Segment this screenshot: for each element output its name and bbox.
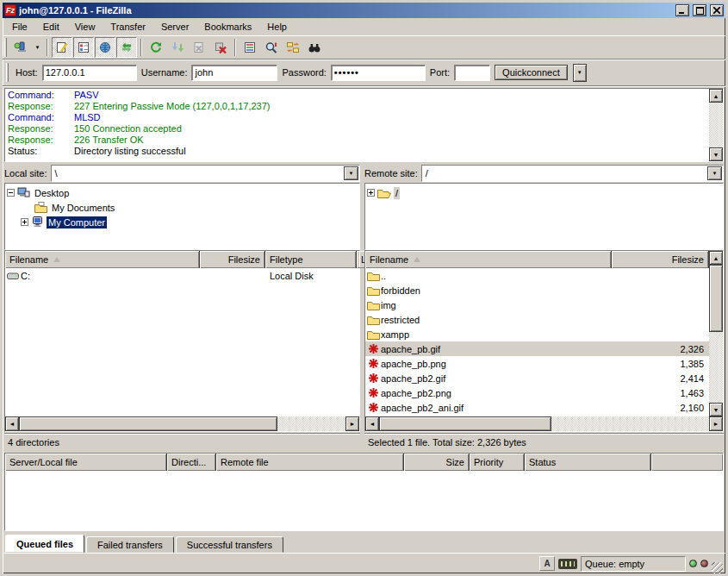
scroll-down-icon[interactable]: ▼ bbox=[709, 403, 723, 416]
remote-file-row[interactable]: apache_pb2.gif2,414 bbox=[365, 371, 709, 385]
quickconnect-button[interactable]: Quickconnect bbox=[495, 65, 568, 80]
process-queue-button[interactable] bbox=[167, 37, 188, 58]
remote-file-list: Filename Filesize .. forbidden img restr… bbox=[364, 250, 724, 432]
close-button[interactable] bbox=[710, 4, 724, 16]
combo-dropdown-icon[interactable]: ▼ bbox=[344, 166, 358, 180]
tree-item-desktop[interactable]: Desktop bbox=[7, 185, 358, 200]
data-type-icon[interactable]: A bbox=[539, 556, 555, 571]
disconnect-button[interactable] bbox=[210, 37, 231, 58]
folder-icon bbox=[367, 285, 380, 296]
combo-dropdown-icon[interactable]: ▼ bbox=[707, 166, 722, 180]
column-filename[interactable]: Filename bbox=[5, 251, 200, 268]
filezilla-window: Fz john@127.0.0.1 - FileZilla File Edit … bbox=[0, 0, 728, 576]
remote-file-row[interactable]: forbidden bbox=[365, 283, 709, 297]
column-filetype[interactable]: Filetype bbox=[265, 251, 357, 268]
maximize-button[interactable] bbox=[693, 4, 706, 16]
remote-site-bar: Remote site: / ▼ bbox=[364, 164, 724, 183]
remote-site-combobox[interactable]: / ▼ bbox=[421, 165, 724, 182]
column-direction[interactable]: Directi... bbox=[167, 454, 216, 471]
remote-file-row[interactable]: xampp bbox=[365, 327, 709, 341]
local-list-header: Filename Filesize Filetype L bbox=[5, 251, 359, 268]
message-log-entries: Command:PASV Response:227 Entering Passi… bbox=[5, 89, 709, 161]
remote-file-row[interactable]: .. bbox=[365, 268, 709, 283]
column-filesize[interactable]: Filesize bbox=[612, 251, 709, 268]
toggle-queue-button[interactable] bbox=[116, 37, 137, 58]
column-filesize[interactable]: Filesize bbox=[200, 251, 265, 268]
scrollbar-thumb[interactable] bbox=[379, 416, 551, 431]
remote-file-row[interactable]: img bbox=[365, 297, 709, 312]
expand-icon[interactable] bbox=[367, 189, 375, 197]
tree-item-root[interactable]: / bbox=[367, 185, 721, 200]
column-size[interactable]: Size bbox=[404, 454, 470, 471]
column-server-local-file[interactable]: Server/Local file bbox=[5, 454, 167, 471]
tab-successful-transfers[interactable]: Successful transfers bbox=[176, 536, 283, 553]
tree-item-my-documents[interactable]: My Documents bbox=[7, 200, 358, 215]
refresh-button[interactable] bbox=[146, 37, 166, 58]
column-remote-file[interactable]: Remote file bbox=[216, 454, 404, 471]
expand-icon[interactable] bbox=[21, 218, 28, 226]
folder-icon bbox=[367, 271, 380, 281]
local-file-row[interactable]: C: Local Disk bbox=[5, 268, 359, 283]
toggle-remote-tree-button[interactable] bbox=[95, 37, 115, 58]
scrollbar-thumb[interactable] bbox=[19, 416, 277, 431]
sort-ascending-icon bbox=[53, 257, 60, 262]
tab-failed-transfers[interactable]: Failed transfers bbox=[86, 536, 174, 553]
scroll-left-icon[interactable]: ◄ bbox=[5, 416, 19, 431]
find-files-button[interactable] bbox=[304, 37, 325, 58]
activity-led-send-icon bbox=[700, 560, 708, 567]
menu-help[interactable]: Help bbox=[259, 19, 295, 34]
remote-file-row[interactable]: apache_pb2.png1,463 bbox=[365, 385, 709, 400]
scroll-right-icon[interactable]: ► bbox=[345, 416, 359, 431]
menu-bookmarks[interactable]: Bookmarks bbox=[196, 19, 259, 34]
menu-view[interactable]: View bbox=[67, 19, 103, 34]
scroll-right-icon[interactable]: ► bbox=[709, 416, 723, 431]
queue-header: Server/Local file Directi... Remote file… bbox=[5, 454, 723, 471]
remote-vertical-scrollbar[interactable]: ▲ ▼ bbox=[709, 251, 723, 416]
log-scrollbar[interactable]: ▲ ▼ bbox=[709, 89, 723, 161]
menu-edit[interactable]: Edit bbox=[35, 19, 67, 34]
remote-horizontal-scrollbar[interactable]: ◄ ► bbox=[365, 416, 723, 431]
column-filename[interactable]: Filename bbox=[365, 251, 612, 268]
collapse-icon[interactable] bbox=[7, 189, 15, 197]
speed-limits-icon[interactable] bbox=[558, 559, 577, 569]
remote-file-row-selected[interactable]: apache_pb.gif2,326 bbox=[365, 341, 709, 356]
tab-queued-files[interactable]: Queued files bbox=[5, 535, 84, 553]
synchronized-browsing-button[interactable] bbox=[283, 37, 303, 58]
queue-tabs: Queued files Failed transfers Successful… bbox=[3, 533, 725, 553]
menu-server[interactable]: Server bbox=[153, 19, 196, 34]
tree-item-my-computer[interactable]: My Computer bbox=[7, 215, 358, 229]
quickconnect-dropdown[interactable]: ▼ bbox=[573, 64, 587, 82]
local-site-combobox[interactable]: \ ▼ bbox=[51, 165, 360, 182]
site-manager-button[interactable] bbox=[10, 37, 31, 58]
binoculars-icon bbox=[308, 41, 321, 54]
column-status[interactable]: Status bbox=[525, 454, 651, 471]
desktop-icon bbox=[17, 187, 30, 198]
remote-file-row[interactable]: restricted bbox=[365, 312, 709, 327]
local-horizontal-scrollbar[interactable]: ◄ ► bbox=[5, 416, 359, 431]
remote-file-row[interactable]: apache_pb.png1,385 bbox=[365, 356, 709, 371]
minimize-button[interactable] bbox=[675, 4, 689, 16]
scroll-up-icon[interactable]: ▲ bbox=[709, 89, 723, 103]
site-manager-dropdown[interactable]: ▼ bbox=[32, 37, 43, 58]
host-input[interactable]: 127.0.0.1 bbox=[42, 65, 137, 81]
resize-grip[interactable] bbox=[712, 562, 723, 573]
compare-directories-button[interactable] bbox=[261, 37, 282, 58]
remote-list-header: Filename Filesize bbox=[365, 251, 709, 268]
filter-button[interactable] bbox=[240, 37, 260, 58]
toggle-local-tree-button[interactable] bbox=[73, 37, 94, 58]
menu-file[interactable]: File bbox=[4, 19, 35, 34]
toggle-message-log-button[interactable] bbox=[52, 37, 72, 58]
menu-transfer[interactable]: Transfer bbox=[103, 19, 153, 34]
scrollbar-thumb[interactable] bbox=[709, 265, 723, 332]
column-priority[interactable]: Priority bbox=[470, 454, 525, 471]
window-title: john@127.0.0.1 - FileZilla bbox=[19, 5, 672, 16]
cancel-button[interactable] bbox=[189, 37, 209, 58]
password-input[interactable]: •••••• bbox=[331, 65, 426, 81]
username-input[interactable]: john bbox=[191, 65, 277, 81]
port-input[interactable] bbox=[454, 65, 490, 81]
scroll-left-icon[interactable]: ◄ bbox=[365, 416, 379, 431]
apache-image-file-icon bbox=[368, 402, 379, 413]
scroll-up-icon[interactable]: ▲ bbox=[709, 251, 723, 265]
scroll-down-icon[interactable]: ▼ bbox=[709, 147, 723, 161]
remote-file-row[interactable]: apache_pb2_ani.gif2,160 bbox=[365, 400, 709, 415]
